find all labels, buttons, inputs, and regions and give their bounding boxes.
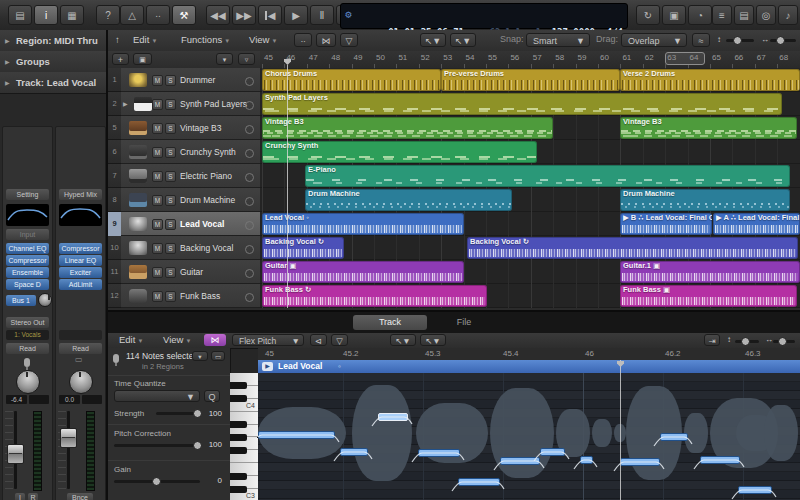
catch-filter-icon[interactable]: ▽ bbox=[331, 334, 348, 346]
drag-menu[interactable]: Overlap▼ bbox=[621, 33, 687, 47]
track-header-electric-piano[interactable]: 7MSElectric Piano bbox=[108, 164, 260, 188]
input-monitor-icon[interactable] bbox=[245, 269, 254, 278]
track-lanes[interactable]: Chorus DrumsPre-verse DrumsVerse 2 Drums… bbox=[260, 68, 800, 308]
metronome-button[interactable]: △ bbox=[120, 5, 144, 25]
input-monitor-icon[interactable] bbox=[245, 101, 254, 110]
solo-button[interactable]: S bbox=[165, 147, 176, 158]
insert-slot[interactable]: Exciter bbox=[59, 267, 102, 278]
eq-thumbnail[interactable] bbox=[6, 204, 49, 226]
input-monitor-icon[interactable] bbox=[245, 197, 254, 206]
input-monitor-button[interactable]: I bbox=[15, 493, 25, 500]
region-pre-verse-drums[interactable]: Pre-verse Drums bbox=[441, 69, 620, 91]
setting-button[interactable]: Hyped Mix bbox=[59, 189, 102, 200]
region-tool-button[interactable]: ▾ bbox=[192, 351, 208, 361]
input-monitor-icon[interactable] bbox=[245, 245, 254, 254]
automation-mode-button[interactable]: Read bbox=[59, 343, 102, 354]
functions-menu[interactable]: Functions▼ bbox=[178, 33, 233, 47]
group-slot[interactable] bbox=[59, 330, 102, 340]
count-in-button[interactable]: ∙∙ bbox=[146, 5, 170, 25]
strength-slider[interactable] bbox=[156, 412, 200, 415]
smart-controls-button[interactable]: ▦ bbox=[60, 5, 84, 25]
horizontal-zoom-slider[interactable] bbox=[773, 340, 795, 343]
solo-button[interactable]: S bbox=[165, 171, 176, 182]
volume-fader[interactable] bbox=[60, 428, 77, 448]
lcd-time-position[interactable]: 01:01:25:06.71 46 1 3 1 bbox=[359, 5, 464, 27]
lcd-signature[interactable]: 4/4 /16 bbox=[599, 5, 623, 27]
region-drum-machine[interactable]: Drum Machine bbox=[305, 189, 512, 211]
region-verse-2-drums[interactable]: Verse 2 Drums bbox=[620, 69, 800, 91]
piano-black-key[interactable] bbox=[230, 395, 247, 402]
library-button[interactable]: ▤ bbox=[8, 5, 32, 25]
command-click-tool-menu[interactable]: ↖▼ bbox=[420, 334, 446, 346]
region-inspector-header[interactable]: ▶ Region: MIDI Thru bbox=[0, 30, 106, 52]
cycle-region[interactable] bbox=[665, 52, 705, 65]
input-button[interactable]: Input bbox=[6, 229, 49, 240]
region-synth-pad-layers[interactable]: Synth Pad Layers bbox=[262, 93, 782, 115]
quantize-button[interactable]: Q bbox=[204, 390, 220, 402]
play-button[interactable]: ▶ bbox=[284, 5, 308, 25]
piano-black-key[interactable] bbox=[230, 434, 247, 441]
time-quantize-menu[interactable]: ▼ bbox=[114, 390, 200, 402]
replace-button[interactable]: ▣ bbox=[662, 5, 686, 25]
stop-button[interactable]: ◀ bbox=[258, 5, 282, 25]
insert-slot[interactable]: AdLimit bbox=[59, 279, 102, 290]
region-lead-vocal-final-c[interactable]: ▶ A ∴ Lead Vocal: Final C bbox=[713, 213, 800, 235]
piano-black-key[interactable] bbox=[230, 382, 247, 389]
record-enable-button[interactable]: R bbox=[28, 493, 38, 500]
command-click-tool-menu[interactable]: ↖▼ bbox=[450, 33, 476, 47]
region-crunchy-synth[interactable]: Crunchy Synth bbox=[262, 141, 537, 163]
pan-knob[interactable] bbox=[69, 370, 93, 394]
edit-menu[interactable]: Edit▼ bbox=[116, 333, 146, 347]
insert-slot[interactable]: Compressor bbox=[59, 243, 102, 254]
piano-black-key[interactable] bbox=[230, 486, 247, 493]
input-monitor-icon[interactable] bbox=[245, 293, 254, 302]
mute-button[interactable]: M bbox=[152, 75, 163, 86]
region-funk-bass[interactable]: Funk Bass ↻ bbox=[262, 285, 487, 307]
track-header-funk-bass[interactable]: 12MSFunk Bass bbox=[108, 284, 260, 308]
input-monitor-icon[interactable] bbox=[245, 221, 254, 230]
volume-value[interactable]: 0.0 bbox=[59, 395, 80, 404]
bounce-button[interactable]: Bnce bbox=[67, 493, 93, 500]
mute-button[interactable]: M bbox=[152, 291, 163, 302]
horizontal-zoom-slider[interactable] bbox=[770, 39, 796, 42]
region-backing-vocal[interactable]: Backing Vocal ↻ bbox=[262, 237, 344, 259]
region-guitar[interactable]: Guitar ▣ bbox=[262, 261, 464, 283]
send-knob[interactable] bbox=[38, 293, 52, 307]
track-header-lead-vocal[interactable]: 9MSLead Vocal bbox=[108, 212, 260, 236]
input-monitor-icon[interactable] bbox=[245, 77, 254, 86]
solo-button[interactable]: S bbox=[165, 99, 176, 110]
region-guitar-1[interactable]: Guitar.1 ▣ bbox=[620, 261, 800, 283]
input-monitor-icon[interactable] bbox=[245, 149, 254, 158]
solo-button[interactable]: S bbox=[165, 75, 176, 86]
setting-button[interactable]: Setting bbox=[6, 189, 49, 200]
list-editors-button[interactable]: ≡ bbox=[712, 5, 732, 25]
lcd-locators[interactable]: 63 1 1 1 64 2 4 152 bbox=[469, 5, 541, 27]
mute-button[interactable]: M bbox=[152, 219, 163, 230]
input-monitor-icon[interactable] bbox=[245, 125, 254, 134]
track-filter-icon[interactable]: ▽ bbox=[340, 33, 358, 47]
region-chorus-drums[interactable]: Chorus Drums bbox=[262, 69, 441, 91]
add-button[interactable]: ▭ bbox=[211, 351, 225, 361]
mute-button[interactable]: M bbox=[152, 99, 163, 110]
view-menu[interactable]: View▼ bbox=[160, 333, 194, 347]
inspector-button[interactable]: i bbox=[34, 5, 58, 25]
volume-fader[interactable] bbox=[7, 444, 24, 464]
cycle-button[interactable]: ↻ bbox=[636, 5, 660, 25]
output-button[interactable]: Stereo Out bbox=[6, 317, 49, 328]
solo-button[interactable]: S bbox=[165, 267, 176, 278]
mute-button[interactable]: M bbox=[152, 267, 163, 278]
tools-button[interactable]: ⚒ bbox=[172, 5, 196, 25]
left-click-tool-menu[interactable]: ↖▼ bbox=[420, 33, 446, 47]
left-click-tool-menu[interactable]: ↖▼ bbox=[390, 334, 416, 346]
insert-slot[interactable]: Linear EQ bbox=[59, 255, 102, 266]
note-pads-button[interactable]: ▤ bbox=[734, 5, 754, 25]
duplicate-track-button[interactable]: ▣ bbox=[133, 53, 152, 65]
lcd-gear-icon[interactable]: ⚙ bbox=[345, 8, 352, 21]
lcd-tempo[interactable]: 127.0000 497 bbox=[543, 5, 595, 27]
flex-icon[interactable]: ⋈ bbox=[316, 33, 336, 47]
track-zoom-button[interactable]: ▿ bbox=[238, 53, 255, 65]
track-header-crunchy-synth[interactable]: 6MSCrunchy Synth bbox=[108, 140, 260, 164]
mute-button[interactable]: M bbox=[152, 123, 163, 134]
region-vintage-b3[interactable]: Vintage B3 bbox=[620, 117, 797, 139]
forward-button[interactable]: ▶▶ bbox=[232, 5, 256, 25]
